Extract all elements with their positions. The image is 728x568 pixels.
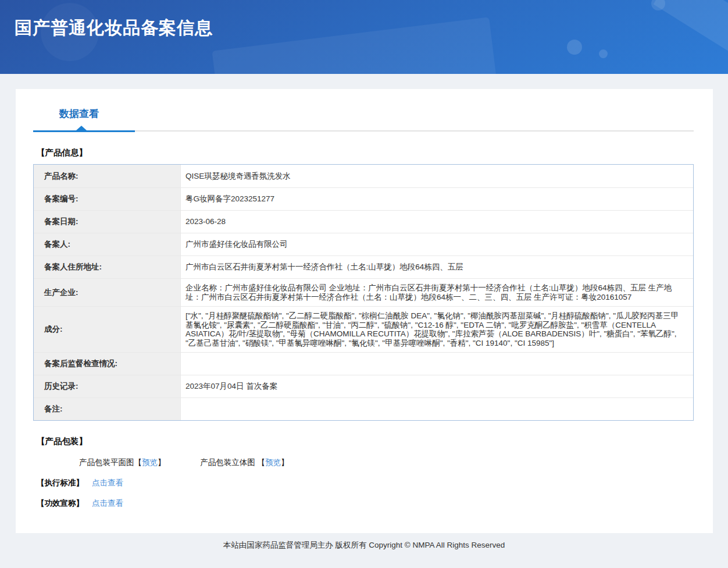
row-value: 企业名称：广州市盛好佳化妆品有限公司 企业地址：广州市白云区石井街夏茅村第十一经… <box>181 279 693 306</box>
table-row: 备案编号: 粤G妆网备字2023251277 <box>34 187 693 210</box>
claims-row: 【功效宣称】点击查看 <box>37 498 713 509</box>
packaging-flat-preview-link[interactable]: 预览 <box>142 458 158 467</box>
section-title-product-info: 【产品信息】 <box>37 147 713 158</box>
packaging-3d-item: 产品包装立体图 【预览】 <box>200 457 288 468</box>
section-title-claims: 【功效宣称】 <box>37 499 84 507</box>
product-info-table: 产品名称: QISE琪瑟秘境奇遇香氛洗发水 备案编号: 粤G妆网备字202325… <box>33 164 694 421</box>
row-label: 备案编号: <box>34 188 181 210</box>
row-value: 2023-06-28 <box>181 211 693 233</box>
section-title-packaging: 【产品包装】 <box>37 436 713 447</box>
table-row: 备案后监督检查情况: <box>34 352 693 375</box>
standard-row: 【执行标准】点击查看 <box>37 478 713 488</box>
table-row: 备案日期: 2023-06-28 <box>34 210 693 233</box>
standard-view-link[interactable]: 点击查看 <box>92 478 123 487</box>
row-value: QISE琪瑟秘境奇遇香氛洗发水 <box>181 165 693 187</box>
tab-active-indicator <box>33 130 135 132</box>
tab-data-view[interactable]: 数据查看 <box>59 107 99 120</box>
table-row: 备案人: 广州市盛好佳化妆品有限公司 <box>34 233 693 255</box>
packaging-links-row: 产品包装平面图【预览】 产品包装立体图 【预览】 <box>79 457 713 468</box>
row-value: 广州市盛好佳化妆品有限公司 <box>181 233 693 255</box>
bracket-open: 【 <box>134 458 142 467</box>
row-label: 成分: <box>34 307 181 352</box>
row-label: 生产企业: <box>34 279 181 306</box>
packaging-3d-preview-link[interactable]: 预览 <box>265 458 281 467</box>
table-row: 备注: <box>34 397 693 420</box>
row-label: 备案后监督检查情况: <box>34 353 181 375</box>
table-row: 备案人住所地址: 广州市白云区石井街夏茅村第十一经济合作社（土名:山草拢）地段6… <box>34 255 693 278</box>
row-label: 备案人: <box>34 233 181 255</box>
row-value <box>181 353 693 375</box>
section-title-standard: 【执行标准】 <box>37 478 84 487</box>
content-card: 数据查看 【产品信息】 产品名称: QISE琪瑟秘境奇遇香氛洗发水 备案编号: … <box>16 89 713 533</box>
row-value: ["水", "月桂醇聚醚硫酸酯钠", "乙二醇二硬脂酸酯", "棕榈仁油酰胺 D… <box>181 307 693 352</box>
row-label: 产品名称: <box>34 165 181 187</box>
row-value: 广州市白云区石井街夏茅村第十一经济合作社（土名:山草拢）地段64栋四、五层 <box>181 256 693 278</box>
claims-view-link[interactable]: 点击查看 <box>92 499 123 507</box>
table-row: 历史记录: 2023年07月04日 首次备案 <box>34 375 693 397</box>
row-value: 粤G妆网备字2023251277 <box>181 188 693 210</box>
banner-decor-band <box>654 0 728 54</box>
row-label: 历史记录: <box>34 375 181 397</box>
page-footer: 本站由国家药品监督管理局主办 版权所有 Copyright © NMPA All… <box>0 533 728 551</box>
row-label: 备案日期: <box>34 211 181 233</box>
row-label: 备注: <box>34 398 181 420</box>
packaging-flat-item: 产品包装平面图【预览】 <box>79 457 166 468</box>
row-value <box>181 398 693 420</box>
tab-pointer-icon <box>76 126 87 130</box>
page-title: 国产普通化妆品备案信息 <box>15 16 213 40</box>
tab-underline <box>33 127 694 132</box>
banner-decor-circle <box>567 40 582 55</box>
packaging-flat-label: 产品包装平面图 <box>79 458 134 467</box>
tab-bar: 数据查看 <box>16 89 713 132</box>
row-label: 备案人住所地址: <box>34 256 181 278</box>
banner-decor-circle <box>599 49 608 58</box>
page-banner: 国产普通化妆品备案信息 <box>0 0 728 74</box>
table-row: 成分: ["水", "月桂醇聚醚硫酸酯钠", "乙二醇二硬脂酸酯", "棕榈仁油… <box>34 306 693 352</box>
bracket-open: 【 <box>258 458 266 467</box>
packaging-3d-label: 产品包装立体图 <box>200 458 257 467</box>
bracket-close: 】 <box>281 458 289 467</box>
table-row: 产品名称: QISE琪瑟秘境奇遇香氛洗发水 <box>34 165 693 187</box>
table-row: 生产企业: 企业名称：广州市盛好佳化妆品有限公司 企业地址：广州市白云区石井街夏… <box>34 278 693 306</box>
banner-decor-cube <box>212 17 497 74</box>
bracket-close: 】 <box>158 458 166 467</box>
tab-divider-line <box>135 130 694 132</box>
row-value: 2023年07月04日 首次备案 <box>181 375 693 397</box>
